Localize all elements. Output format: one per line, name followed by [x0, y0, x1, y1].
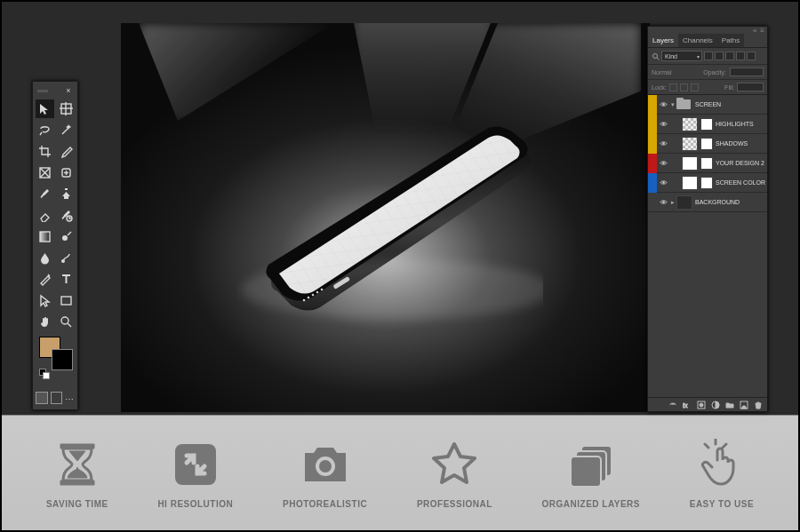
canvas-image — [121, 23, 650, 412]
tool-frame[interactable] — [36, 163, 54, 182]
tool-eyedropper[interactable] — [57, 142, 76, 161]
search-icon — [652, 52, 660, 60]
visibility-icon[interactable] — [657, 179, 669, 187]
tab-channels[interactable]: Channels — [678, 34, 717, 47]
svg-point-40 — [319, 460, 332, 472]
svg-point-23 — [61, 317, 68, 324]
tool-lasso[interactable] — [36, 121, 54, 139]
tool-gradient[interactable] — [36, 227, 54, 246]
color-swatches[interactable] — [36, 337, 75, 367]
svg-point-28 — [662, 123, 665, 125]
feature-label: HI RESOLUTION — [157, 499, 233, 509]
close-icon[interactable]: × — [64, 86, 73, 95]
editor-area: × ⋯ «≡ LayersChannelsPaths Kind Normal — [2, 2, 798, 415]
layer-thumb — [682, 137, 698, 151]
svg-point-27 — [662, 103, 665, 106]
fill-input[interactable] — [737, 83, 764, 91]
lock-all-icon[interactable] — [691, 83, 699, 91]
svg-point-1 — [303, 299, 306, 302]
feature-label: EASY TO USE — [690, 499, 754, 509]
canvas[interactable] — [121, 23, 650, 412]
filter-smart-icon[interactable] — [747, 52, 756, 60]
tool-history-brush[interactable] — [57, 206, 76, 225]
layer-list: ▾SCREENHIGHLIGHTSSHADOWSYOUR DESIGN 2SCR… — [648, 95, 767, 212]
tab-layers[interactable]: Layers — [648, 34, 678, 47]
tool-dodge[interactable] — [57, 227, 76, 246]
svg-rect-38 — [175, 444, 216, 485]
svg-rect-16 — [65, 188, 68, 190]
mask-icon[interactable] — [697, 401, 706, 409]
visibility-icon[interactable] — [657, 159, 669, 167]
screen-mode-full-icon[interactable] — [51, 392, 63, 404]
tool-blur[interactable] — [36, 249, 54, 267]
tab-paths[interactable]: Paths — [717, 34, 744, 47]
filter-kind-dropdown[interactable]: Kind — [661, 51, 702, 61]
tool-crop[interactable] — [36, 142, 54, 161]
tool-wand[interactable] — [57, 121, 76, 139]
more-icon[interactable]: ⋯ — [65, 394, 75, 404]
filter-adjust-icon[interactable] — [715, 52, 724, 60]
fx-icon[interactable]: fx — [683, 401, 692, 409]
collapse-icon[interactable]: « — [753, 27, 756, 35]
feature-easy-to-use: EASY TO USE — [690, 438, 754, 509]
layer-row[interactable]: ▸BACKGROUND — [648, 193, 767, 212]
layer-filter-row: Kind — [648, 48, 767, 65]
tool-pen[interactable] — [36, 270, 54, 289]
tool-smudge[interactable] — [57, 249, 76, 267]
tool-zoom[interactable] — [57, 313, 76, 331]
easy-to-use-icon — [695, 438, 748, 491]
layer-row[interactable]: SCREEN COLOR — [648, 173, 767, 193]
filter-shape-icon[interactable] — [736, 52, 745, 60]
layer-mask-thumb — [700, 177, 713, 189]
lock-pixels-icon[interactable] — [669, 83, 677, 91]
tool-path-select[interactable] — [36, 291, 54, 310]
svg-point-2 — [308, 297, 310, 299]
lock-position-icon[interactable] — [680, 83, 688, 91]
photorealistic-icon — [299, 438, 352, 491]
layer-row[interactable]: ▾SCREEN — [648, 95, 767, 115]
adjustment-icon[interactable] — [711, 401, 720, 409]
tool-type[interactable] — [57, 270, 76, 289]
background-swatch[interactable] — [52, 349, 73, 370]
svg-point-35 — [700, 403, 703, 407]
trash-icon[interactable] — [754, 401, 763, 409]
layers-panel-footer: fx — [648, 397, 767, 411]
folder-icon[interactable] — [725, 401, 734, 409]
tool-move[interactable] — [36, 99, 54, 118]
visibility-icon[interactable] — [657, 120, 669, 128]
feature-label: PHOTOREALISTIC — [283, 499, 367, 509]
svg-point-19 — [62, 235, 68, 241]
tool-spot-heal[interactable] — [57, 163, 76, 182]
opacity-input[interactable] — [730, 67, 764, 76]
layer-name: YOUR DESIGN 2 — [716, 160, 764, 166]
link-layers-icon[interactable] — [668, 401, 677, 409]
svg-point-32 — [662, 201, 665, 203]
tool-eraser[interactable] — [36, 206, 54, 225]
panel-grip-icon[interactable] — [37, 90, 48, 92]
layer-row[interactable]: SHADOWS — [648, 134, 767, 154]
filter-pixel-icon[interactable] — [704, 52, 713, 60]
layer-thumb — [682, 176, 698, 190]
svg-rect-22 — [61, 297, 71, 305]
layer-thumb — [676, 98, 692, 112]
visibility-icon[interactable] — [657, 198, 669, 206]
svg-point-4 — [316, 291, 319, 294]
filter-type-icon[interactable] — [725, 52, 734, 60]
tool-brush[interactable] — [36, 185, 54, 203]
tool-artboard[interactable] — [57, 99, 76, 118]
svg-point-3 — [312, 294, 315, 297]
layer-row[interactable]: HIGHLIGHTS — [648, 115, 767, 134]
layer-mask-thumb — [700, 138, 713, 150]
tool-rectangle[interactable] — [57, 291, 76, 310]
lock-label: Lock: — [652, 84, 667, 91]
visibility-icon[interactable] — [657, 139, 669, 147]
tool-hand[interactable] — [36, 313, 54, 331]
layer-row[interactable]: YOUR DESIGN 2 — [648, 154, 767, 173]
feature-label: PROFESSIONAL — [417, 499, 492, 509]
panel-menu-icon[interactable]: ≡ — [760, 27, 764, 35]
tool-clone[interactable] — [57, 185, 76, 203]
visibility-icon[interactable] — [657, 100, 669, 108]
screen-mode-standard-icon[interactable] — [36, 392, 48, 404]
layer-name: BACKGROUND — [695, 199, 740, 205]
new-layer-icon[interactable] — [740, 401, 748, 409]
